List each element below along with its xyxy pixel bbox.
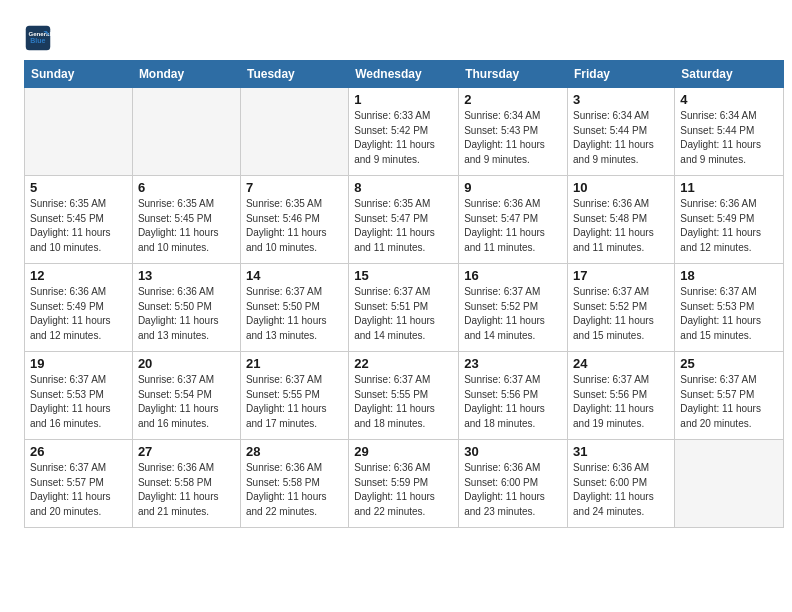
day-number: 21 xyxy=(246,356,343,371)
calendar-cell: 6Sunrise: 6:35 AMSunset: 5:45 PMDaylight… xyxy=(132,176,240,264)
calendar-cell: 4Sunrise: 6:34 AMSunset: 5:44 PMDaylight… xyxy=(675,88,784,176)
calendar-cell: 25Sunrise: 6:37 AMSunset: 5:57 PMDayligh… xyxy=(675,352,784,440)
day-detail: Sunrise: 6:34 AMSunset: 5:44 PMDaylight:… xyxy=(680,109,778,167)
day-number: 17 xyxy=(573,268,669,283)
day-number: 30 xyxy=(464,444,562,459)
calendar-cell: 12Sunrise: 6:36 AMSunset: 5:49 PMDayligh… xyxy=(25,264,133,352)
weekday-header-tuesday: Tuesday xyxy=(240,61,348,88)
day-number: 29 xyxy=(354,444,453,459)
day-number: 4 xyxy=(680,92,778,107)
day-detail: Sunrise: 6:36 AMSunset: 5:47 PMDaylight:… xyxy=(464,197,562,255)
day-number: 22 xyxy=(354,356,453,371)
calendar-cell: 17Sunrise: 6:37 AMSunset: 5:52 PMDayligh… xyxy=(568,264,675,352)
day-detail: Sunrise: 6:37 AMSunset: 5:55 PMDaylight:… xyxy=(354,373,453,431)
day-number: 3 xyxy=(573,92,669,107)
calendar-cell: 19Sunrise: 6:37 AMSunset: 5:53 PMDayligh… xyxy=(25,352,133,440)
calendar-cell: 28Sunrise: 6:36 AMSunset: 5:58 PMDayligh… xyxy=(240,440,348,528)
day-number: 20 xyxy=(138,356,235,371)
calendar-cell: 29Sunrise: 6:36 AMSunset: 5:59 PMDayligh… xyxy=(349,440,459,528)
calendar-cell: 23Sunrise: 6:37 AMSunset: 5:56 PMDayligh… xyxy=(459,352,568,440)
day-number: 28 xyxy=(246,444,343,459)
day-detail: Sunrise: 6:37 AMSunset: 5:55 PMDaylight:… xyxy=(246,373,343,431)
weekday-header-sunday: Sunday xyxy=(25,61,133,88)
day-detail: Sunrise: 6:36 AMSunset: 5:50 PMDaylight:… xyxy=(138,285,235,343)
day-number: 26 xyxy=(30,444,127,459)
calendar-cell: 30Sunrise: 6:36 AMSunset: 6:00 PMDayligh… xyxy=(459,440,568,528)
day-detail: Sunrise: 6:36 AMSunset: 5:59 PMDaylight:… xyxy=(354,461,453,519)
calendar-cell: 16Sunrise: 6:37 AMSunset: 5:52 PMDayligh… xyxy=(459,264,568,352)
day-detail: Sunrise: 6:37 AMSunset: 5:51 PMDaylight:… xyxy=(354,285,453,343)
day-detail: Sunrise: 6:36 AMSunset: 5:58 PMDaylight:… xyxy=(246,461,343,519)
day-detail: Sunrise: 6:35 AMSunset: 5:46 PMDaylight:… xyxy=(246,197,343,255)
week-row-5: 26Sunrise: 6:37 AMSunset: 5:57 PMDayligh… xyxy=(25,440,784,528)
calendar-cell: 15Sunrise: 6:37 AMSunset: 5:51 PMDayligh… xyxy=(349,264,459,352)
day-number: 1 xyxy=(354,92,453,107)
day-detail: Sunrise: 6:37 AMSunset: 5:57 PMDaylight:… xyxy=(680,373,778,431)
day-number: 23 xyxy=(464,356,562,371)
day-number: 19 xyxy=(30,356,127,371)
day-detail: Sunrise: 6:37 AMSunset: 5:56 PMDaylight:… xyxy=(573,373,669,431)
calendar-cell: 9Sunrise: 6:36 AMSunset: 5:47 PMDaylight… xyxy=(459,176,568,264)
day-detail: Sunrise: 6:37 AMSunset: 5:52 PMDaylight:… xyxy=(464,285,562,343)
day-detail: Sunrise: 6:37 AMSunset: 5:53 PMDaylight:… xyxy=(30,373,127,431)
day-detail: Sunrise: 6:36 AMSunset: 5:48 PMDaylight:… xyxy=(573,197,669,255)
calendar-cell xyxy=(132,88,240,176)
day-number: 31 xyxy=(573,444,669,459)
day-number: 5 xyxy=(30,180,127,195)
day-detail: Sunrise: 6:34 AMSunset: 5:43 PMDaylight:… xyxy=(464,109,562,167)
day-number: 9 xyxy=(464,180,562,195)
day-number: 27 xyxy=(138,444,235,459)
day-detail: Sunrise: 6:35 AMSunset: 5:45 PMDaylight:… xyxy=(30,197,127,255)
calendar-cell: 3Sunrise: 6:34 AMSunset: 5:44 PMDaylight… xyxy=(568,88,675,176)
day-number: 24 xyxy=(573,356,669,371)
calendar-cell: 14Sunrise: 6:37 AMSunset: 5:50 PMDayligh… xyxy=(240,264,348,352)
week-row-4: 19Sunrise: 6:37 AMSunset: 5:53 PMDayligh… xyxy=(25,352,784,440)
day-detail: Sunrise: 6:35 AMSunset: 5:47 PMDaylight:… xyxy=(354,197,453,255)
day-detail: Sunrise: 6:36 AMSunset: 6:00 PMDaylight:… xyxy=(573,461,669,519)
weekday-header-row: SundayMondayTuesdayWednesdayThursdayFrid… xyxy=(25,61,784,88)
calendar-cell: 1Sunrise: 6:33 AMSunset: 5:42 PMDaylight… xyxy=(349,88,459,176)
calendar-cell: 20Sunrise: 6:37 AMSunset: 5:54 PMDayligh… xyxy=(132,352,240,440)
day-detail: Sunrise: 6:37 AMSunset: 5:53 PMDaylight:… xyxy=(680,285,778,343)
calendar-cell: 5Sunrise: 6:35 AMSunset: 5:45 PMDaylight… xyxy=(25,176,133,264)
week-row-1: 1Sunrise: 6:33 AMSunset: 5:42 PMDaylight… xyxy=(25,88,784,176)
day-number: 14 xyxy=(246,268,343,283)
day-detail: Sunrise: 6:36 AMSunset: 6:00 PMDaylight:… xyxy=(464,461,562,519)
day-detail: Sunrise: 6:36 AMSunset: 5:49 PMDaylight:… xyxy=(30,285,127,343)
calendar-cell: 26Sunrise: 6:37 AMSunset: 5:57 PMDayligh… xyxy=(25,440,133,528)
weekday-header-saturday: Saturday xyxy=(675,61,784,88)
day-detail: Sunrise: 6:36 AMSunset: 5:58 PMDaylight:… xyxy=(138,461,235,519)
calendar-cell xyxy=(25,88,133,176)
day-number: 15 xyxy=(354,268,453,283)
calendar-cell: 13Sunrise: 6:36 AMSunset: 5:50 PMDayligh… xyxy=(132,264,240,352)
week-row-3: 12Sunrise: 6:36 AMSunset: 5:49 PMDayligh… xyxy=(25,264,784,352)
day-number: 6 xyxy=(138,180,235,195)
day-number: 16 xyxy=(464,268,562,283)
weekday-header-friday: Friday xyxy=(568,61,675,88)
day-number: 18 xyxy=(680,268,778,283)
header-row: General Blue xyxy=(24,24,784,52)
day-number: 7 xyxy=(246,180,343,195)
weekday-header-thursday: Thursday xyxy=(459,61,568,88)
day-number: 11 xyxy=(680,180,778,195)
day-number: 25 xyxy=(680,356,778,371)
calendar-cell: 22Sunrise: 6:37 AMSunset: 5:55 PMDayligh… xyxy=(349,352,459,440)
calendar-cell: 27Sunrise: 6:36 AMSunset: 5:58 PMDayligh… xyxy=(132,440,240,528)
week-row-2: 5Sunrise: 6:35 AMSunset: 5:45 PMDaylight… xyxy=(25,176,784,264)
day-detail: Sunrise: 6:37 AMSunset: 5:52 PMDaylight:… xyxy=(573,285,669,343)
calendar-cell: 7Sunrise: 6:35 AMSunset: 5:46 PMDaylight… xyxy=(240,176,348,264)
day-detail: Sunrise: 6:37 AMSunset: 5:50 PMDaylight:… xyxy=(246,285,343,343)
svg-text:Blue: Blue xyxy=(30,37,45,44)
logo: General Blue xyxy=(24,24,56,52)
calendar-cell: 8Sunrise: 6:35 AMSunset: 5:47 PMDaylight… xyxy=(349,176,459,264)
day-detail: Sunrise: 6:37 AMSunset: 5:56 PMDaylight:… xyxy=(464,373,562,431)
calendar-cell: 24Sunrise: 6:37 AMSunset: 5:56 PMDayligh… xyxy=(568,352,675,440)
day-number: 8 xyxy=(354,180,453,195)
logo-icon: General Blue xyxy=(24,24,52,52)
day-detail: Sunrise: 6:36 AMSunset: 5:49 PMDaylight:… xyxy=(680,197,778,255)
calendar-cell: 21Sunrise: 6:37 AMSunset: 5:55 PMDayligh… xyxy=(240,352,348,440)
day-number: 12 xyxy=(30,268,127,283)
day-detail: Sunrise: 6:35 AMSunset: 5:45 PMDaylight:… xyxy=(138,197,235,255)
calendar-cell: 31Sunrise: 6:36 AMSunset: 6:00 PMDayligh… xyxy=(568,440,675,528)
calendar-cell: 11Sunrise: 6:36 AMSunset: 5:49 PMDayligh… xyxy=(675,176,784,264)
